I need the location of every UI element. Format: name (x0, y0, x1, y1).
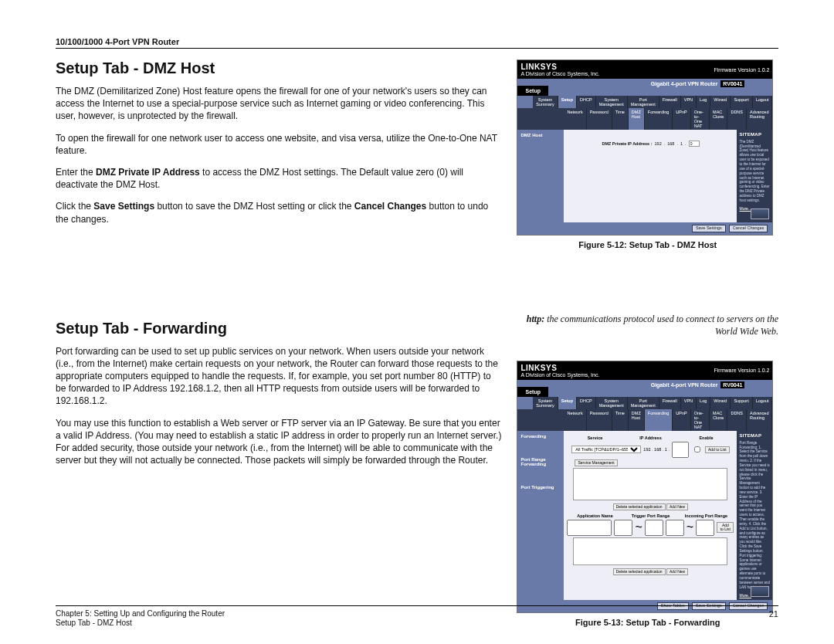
app-name-input[interactable] (567, 520, 612, 536)
fwd-para-1: Port forwarding can be used to set up pu… (56, 345, 501, 408)
dmz-para-4: Click the Save Settings button to save t… (56, 200, 501, 225)
figure-5-12-caption: Figure 5-12: Setup Tab - DMZ Host (517, 240, 778, 249)
cisco-logo-icon (751, 586, 769, 597)
delete-selected-button-2[interactable]: Delete selected application (613, 568, 666, 575)
page-footer: Chapter 5: Setting Up and Configuring th… (56, 605, 778, 627)
more-link[interactable]: More... (739, 206, 751, 212)
help-text: Port Range Forwarding: 1. Select the Ser… (739, 441, 770, 590)
footer-section: Setup Tab - DMZ Host (56, 619, 225, 627)
main-nav[interactable]: System Summary Setup DHCP System Managem… (533, 397, 772, 409)
add-to-list-button[interactable]: Add to List (705, 446, 730, 453)
firmware-version: Firmware Version 1.0.2 (714, 67, 770, 73)
main-nav[interactable]: System Summary Setup DHCP System Managem… (533, 96, 772, 108)
trigger-to[interactable] (645, 520, 663, 536)
heading-dmz: Setup Tab - DMZ Host (56, 59, 501, 77)
sub-nav[interactable]: Network Password Time DMZ Host Forwardin… (517, 409, 772, 431)
sitemap-link[interactable]: SITEMAP (739, 433, 770, 439)
save-button[interactable]: Save Settings (692, 225, 726, 232)
trigger-listbox[interactable] (573, 537, 727, 565)
fwd-para-2: You may use this function to establish a… (56, 417, 501, 467)
more-link[interactable]: More... (739, 593, 751, 598)
trigger-from[interactable] (614, 520, 632, 536)
delete-selected-button[interactable]: Delete selected application (613, 503, 666, 510)
brand-logo: LINKSYS (520, 63, 557, 71)
figure-column: LINKSYS A Division of Cisco Systems, Inc… (517, 59, 778, 636)
incoming-to[interactable] (696, 520, 714, 536)
dmz-ip-octet[interactable] (689, 141, 700, 147)
add-new-button[interactable]: Add New (666, 503, 688, 510)
heading-forwarding: Setup Tab - Forwarding (56, 320, 501, 337)
figure-5-13-thumb: LINKSYS A Division of Cisco Systems, Inc… (517, 361, 773, 613)
glossary-callout: http: the communications protocol used t… (517, 313, 778, 337)
sub-nav[interactable]: Network Password Time DMZ Host Forwardin… (517, 108, 772, 130)
sitemap-link[interactable]: SITEMAP (739, 132, 770, 138)
add-new-button-2[interactable]: Add New (666, 568, 688, 575)
side-label-port-trigger: Port Triggering (520, 485, 561, 490)
service-mgmt-button[interactable]: Service Management (575, 459, 617, 466)
fwd-ip-octet[interactable] (672, 442, 689, 458)
main-text-column: Setup Tab - DMZ Host The DMZ (Demilitari… (56, 59, 501, 636)
header-rule (56, 48, 778, 49)
section-label: Setup (517, 86, 548, 96)
cancel-button[interactable]: Cancel Changes (729, 225, 768, 232)
forwarding-listbox[interactable] (573, 468, 727, 500)
page-number: 21 (769, 609, 778, 627)
dmz-ip-label: DMZ Private IP Address : (602, 141, 652, 146)
dmz-para-2: To open the firewall for one network use… (56, 132, 501, 157)
dmz-para-1: The DMZ (Demilitarized Zone) Host featur… (56, 85, 501, 123)
side-label-port-range: Port Range Forwarding (520, 457, 561, 466)
side-label-dmz: DMZ Host (517, 130, 564, 222)
figure-5-12-thumb: LINKSYS A Division of Cisco Systems, Inc… (517, 59, 773, 236)
add-to-list-button-2[interactable]: Add to List (717, 522, 734, 533)
brand-sub: A Division of Cisco Systems, Inc. (520, 71, 599, 76)
footer-chapter: Chapter 5: Setting Up and Configuring th… (56, 609, 225, 618)
service-select[interactable]: All Traffic [TCP&UDP/1~65535] (571, 446, 641, 453)
enable-checkbox[interactable] (694, 446, 700, 452)
help-text: The DMZ (Demilitarized Zone) Host featur… (739, 140, 770, 203)
dmz-para-3: Enter the DMZ Private IP Address to acce… (56, 166, 501, 191)
cisco-logo-icon (751, 208, 769, 219)
running-header: 10/100/1000 4-Port VPN Router (56, 37, 778, 46)
incoming-from[interactable] (666, 520, 684, 536)
side-label-forwarding: Forwarding (520, 434, 561, 439)
